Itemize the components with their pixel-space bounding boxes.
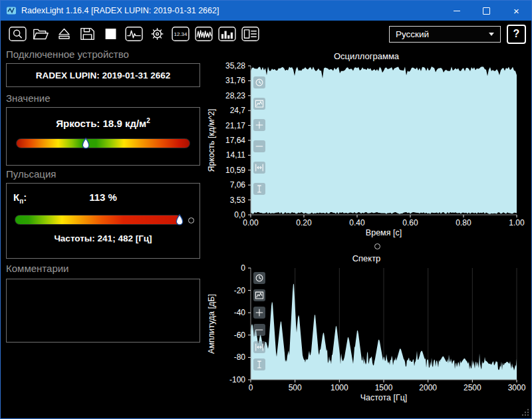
svg-text:0.00: 0.00 — [243, 218, 259, 227]
device-name-box: RADEX LUPIN: 2019-01-31 2662 — [6, 63, 200, 87]
fit-width-icon — [255, 343, 264, 352]
svg-text:0: 0 — [249, 383, 253, 392]
pulse-icon — [125, 27, 143, 41]
svg-text:0.60: 0.60 — [402, 218, 418, 227]
value-section-header: Значение — [6, 92, 51, 104]
chart-button[interactable] — [253, 98, 265, 110]
oscillogram-title: Осциллограмма — [204, 51, 529, 62]
brightness-scale-wrap — [16, 138, 190, 149]
search-icon — [9, 27, 27, 41]
zoom-out-button[interactable] — [253, 140, 265, 152]
save-icon — [78, 27, 96, 41]
stop-button[interactable] — [99, 24, 122, 44]
svg-text:14,11: 14,11 — [226, 150, 245, 160]
gear-mode-button[interactable] — [146, 24, 168, 44]
svg-text:21,17: 21,17 — [225, 121, 245, 130]
titlebar[interactable]: RadexLight 1.16.4 [RADEX LUPIN: 2019-01-… — [1, 1, 531, 21]
pulsation-scale-wrap — [15, 214, 182, 225]
brightness-unit: кд/м — [125, 118, 146, 129]
pulsation-box: Кп: 113 % Частоты: 241; 482 [Гц] — [6, 183, 200, 259]
brightness-value: 18.9 — [103, 118, 122, 129]
cursor-button[interactable] — [253, 183, 265, 195]
kp-label: Кп: — [13, 192, 27, 205]
language-select[interactable]: Русский — [389, 26, 501, 43]
zoom-in-icon — [255, 308, 264, 317]
spectrum-tools — [253, 272, 265, 376]
eject-device-button[interactable] — [53, 24, 75, 44]
cursor-button[interactable] — [253, 358, 265, 370]
brightness-marker[interactable] — [82, 138, 90, 149]
svg-text:Частота [Гц]: Частота [Гц] — [360, 393, 408, 402]
zoom-in-button[interactable] — [253, 119, 265, 131]
help-button[interactable]: ? — [507, 25, 526, 44]
svg-text:0: 0 — [241, 264, 245, 273]
save-button[interactable] — [76, 24, 98, 44]
zoom-in-button[interactable] — [253, 307, 265, 319]
app-icon — [6, 5, 17, 16]
svg-text:7,06: 7,06 — [230, 180, 246, 190]
svg-text:Амплитуда [дБ]: Амплитуда [дБ] — [207, 294, 216, 354]
folder-open-icon — [32, 27, 50, 41]
chart-icon — [255, 99, 264, 108]
pulse-mode-button[interactable] — [122, 24, 145, 44]
comments-section-header: Комментарии — [6, 263, 68, 274]
svg-text:3,53: 3,53 — [230, 196, 246, 205]
oscillogram-chart: Осциллограмма 0,03,537,0610,5914,1117,64… — [204, 51, 529, 244]
clock-icon — [255, 273, 264, 283]
stop-icon — [102, 27, 120, 41]
cursor-icon — [255, 360, 264, 369]
svg-text:-20: -20 — [234, 286, 246, 295]
clock-icon — [255, 78, 264, 87]
maximize-button[interactable] — [471, 1, 501, 21]
comments-input[interactable] — [6, 279, 200, 343]
numeric-display-button[interactable]: 12.34 — [169, 24, 192, 44]
svg-text:2500: 2500 — [464, 383, 481, 392]
spectrum-chart: Спектр -100-80-60-40-2000500100015002000… — [204, 253, 529, 412]
zoom-in-icon — [255, 120, 264, 130]
pulsation-marker[interactable] — [176, 214, 184, 225]
app-window: RadexLight 1.16.4 [RADEX LUPIN: 2019-01-… — [0, 0, 532, 419]
zoom-out-icon — [255, 142, 264, 151]
chart-button[interactable] — [253, 289, 265, 301]
scale-end-dot — [188, 217, 194, 223]
svg-text:17,64: 17,64 — [225, 136, 245, 145]
window-controls: × — [442, 1, 531, 21]
fit-width-button[interactable] — [253, 162, 265, 174]
svg-text:10,59: 10,59 — [225, 166, 245, 175]
cursor-icon — [255, 184, 264, 194]
close-button[interactable]: × — [501, 1, 531, 21]
clock-button[interactable] — [253, 76, 265, 88]
brightness-scale — [16, 138, 190, 148]
kp-value: 113 % — [7, 192, 200, 203]
histogram-mode-button[interactable] — [215, 24, 238, 44]
open-file-button[interactable] — [29, 24, 52, 44]
toolbar-right: Русский ? — [389, 25, 526, 44]
resize-grip[interactable] — [521, 408, 529, 416]
fit-width-button[interactable] — [253, 341, 265, 353]
svg-text:0.40: 0.40 — [349, 218, 365, 227]
svg-text:28,23: 28,23 — [225, 91, 245, 100]
minimize-button[interactable] — [442, 1, 471, 21]
window-title: RadexLight 1.16.4 [RADEX LUPIN: 2019-01-… — [21, 6, 219, 15]
zoom-search-button[interactable] — [6, 24, 29, 44]
zoom-out-icon — [255, 325, 264, 335]
clock-button[interactable] — [253, 272, 265, 284]
brightness-value-line: Яркость: 18.9 кд/м2 — [7, 117, 200, 129]
brightness-unit-sup: 2 — [146, 117, 150, 124]
svg-text:0.80: 0.80 — [456, 218, 471, 227]
svg-text:-60: -60 — [234, 331, 246, 340]
language-value: Русский — [396, 29, 429, 39]
kp-row: Кп: 113 % — [7, 192, 200, 205]
svg-text:-100: -100 — [229, 375, 245, 384]
toolbar-buttons: 12.34 — [6, 24, 262, 44]
zoom-out-button[interactable] — [253, 324, 265, 336]
digits-icon: 12.34 — [172, 27, 190, 41]
report-icon — [241, 27, 259, 41]
value-box: Яркость: 18.9 кд/м2 — [6, 107, 200, 166]
eject-icon — [55, 27, 73, 41]
svg-text:0.20: 0.20 — [296, 218, 312, 227]
oscillogram-mode-button[interactable] — [192, 24, 215, 44]
frequencies-text: Частоты: 241; 482 [Гц] — [7, 233, 200, 243]
report-layout-button[interactable] — [239, 24, 261, 44]
bars-icon — [218, 27, 236, 41]
